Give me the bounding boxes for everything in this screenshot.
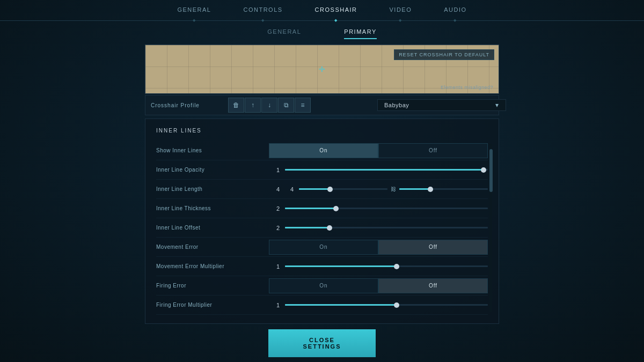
nav-item-video[interactable]: VIDEO [390,6,412,17]
slider-thumb-2[interactable] [428,187,433,192]
inner-line-opacity-value: 1 [264,167,280,173]
firing-error-multiplier-value: 1 [264,302,280,308]
setting-row: Inner Line Opacity 1 [156,160,488,180]
inner-line-length-slider[interactable]: ⛓ [299,186,488,192]
firing-error-off[interactable]: Off [378,278,488,293]
misaligned-text: Elements misaligned? [441,85,493,90]
slider-fill [285,208,336,209]
inner-lines-section-title: INNER LINES [156,128,488,134]
link-icon: ⛓ [391,186,396,192]
show-inner-lines-toggle: On Off [269,143,488,158]
settings-panel: INNER LINES Show Inner Lines On Off Inne… [145,119,499,324]
inner-line-thickness-slider[interactable] [285,208,488,209]
slider-track [285,169,488,171]
nav-item-crosshair[interactable]: CROSSHAIR [315,6,357,17]
slider-fill-2 [399,188,430,190]
firing-error-toggle: On Off [269,278,488,293]
setting-row: Movement Error Multiplier 1 [156,257,488,276]
slider-track [285,265,488,267]
setting-row: Firing Error On Off [156,276,488,295]
inner-line-offset-slider[interactable] [285,227,488,228]
firing-error-multiplier-label: Firing Error Multiplier [156,302,264,308]
movement-error-toggle: On Off [269,240,488,255]
movement-error-label: Movement Error [156,244,264,250]
slider-thumb[interactable] [327,225,332,231]
nav-item-general[interactable]: GENERAL [177,6,211,17]
settings-rows-wrapper: INNER LINES Show Inner Lines On Off Inne… [156,128,488,315]
nav-item-controls[interactable]: CONTROLS [243,6,282,17]
inner-line-length-label: Inner Line Length [156,186,264,192]
slider-track [285,304,488,306]
slider-fill [285,227,330,228]
delete-profile-button[interactable]: 🗑 [228,98,244,113]
firing-error-label: Firing Error [156,283,264,289]
slider-fill [299,188,330,190]
firing-error-on[interactable]: On [269,278,378,293]
inner-line-opacity-slider[interactable] [285,169,488,171]
profile-row: Crosshair Profile 🗑 ↑ ↓ ⧉ ≡ Babybay Defa… [145,95,499,115]
slider-track [285,208,488,209]
slider-thumb[interactable] [394,264,399,269]
scrollbar-thumb[interactable] [489,149,493,192]
movement-error-on[interactable]: On [269,240,378,255]
edit-profile-button[interactable]: ≡ [295,98,311,113]
movement-error-multiplier-label: Movement Error Multiplier [156,263,264,269]
inner-line-thickness-label: Inner Line Thickness [156,205,264,211]
slider-thumb[interactable] [394,302,399,308]
reset-crosshair-button[interactable]: RESET CROSSHAIR TO DEFAULT [394,49,494,60]
profile-label: Crosshair Profile [151,102,226,108]
inner-line-opacity-label: Inner Line Opacity [156,167,264,173]
setting-row: Inner Line Thickness 2 [156,199,488,218]
inner-line-thickness-value: 2 [264,205,280,212]
inner-line-offset-value: 2 [264,225,280,231]
profile-select-wrapper: Babybay Default Custom 1 Custom 2 ▾ [311,99,499,111]
show-inner-lines-on[interactable]: On [269,143,378,158]
upload-profile-button[interactable]: ↑ [245,98,261,113]
movement-error-multiplier-slider[interactable] [285,265,488,267]
download-profile-button[interactable]: ↓ [261,98,277,113]
setting-row: Inner Line Offset 2 [156,218,488,238]
nav-item-audio[interactable]: AUDIO [444,6,466,17]
profile-select[interactable]: Babybay Default Custom 1 Custom 2 [377,99,506,111]
crosshair-icon: ✛ [319,65,325,73]
movement-error-multiplier-value: 1 [264,263,280,270]
copy-profile-button[interactable]: ⧉ [278,98,294,113]
scrollbar-track [489,144,492,312]
firing-error-multiplier-slider[interactable] [285,304,488,306]
slider-fill [285,304,397,306]
top-nav: GENERAL CONTROLS CROSSHAIR VIDEO AUDIO [0,0,644,21]
show-inner-lines-label: Show Inner Lines [156,147,264,153]
slider-track [285,227,488,228]
slider-fill [285,169,484,171]
slider-track-2 [399,188,488,190]
tab-general[interactable]: GENERAL [267,28,301,39]
main-content: ✛ RESET CROSSHAIR TO DEFAULT Elements mi… [145,45,499,324]
inner-line-length-value1: 4 [264,186,280,193]
tab-primary[interactable]: PRIMARY [344,28,376,39]
settings-container: INNER LINES Show Inner Lines On Off Inne… [156,128,488,315]
movement-error-off[interactable]: Off [378,240,488,255]
slider-fill [285,265,397,267]
setting-row: Movement Error On Off [156,238,488,257]
slider-thumb[interactable] [333,206,339,211]
crosshair-preview: ✛ RESET CROSSHAIR TO DEFAULT Elements mi… [145,45,499,94]
close-settings-button[interactable]: CLOSE SETTINGS [268,329,376,357]
slider-track [299,188,387,190]
show-inner-lines-off[interactable]: Off [378,143,488,158]
inner-line-offset-label: Inner Line Offset [156,225,264,231]
page-wrapper: GENERAL CONTROLS CROSSHAIR VIDEO AUDIO G… [0,0,644,362]
setting-row: Inner Line Length 4 4 ⛓ [156,180,488,199]
profile-icons: 🗑 ↑ ↓ ⧉ ≡ [228,98,311,113]
slider-thumb[interactable] [327,187,333,192]
slider-thumb[interactable] [481,167,486,173]
sub-tabs: GENERAL PRIMARY [267,23,377,42]
setting-row: Show Inner Lines On Off [156,141,488,160]
inner-line-length-value2: 4 [283,186,294,193]
setting-row: Firing Error Multiplier 1 [156,295,488,315]
